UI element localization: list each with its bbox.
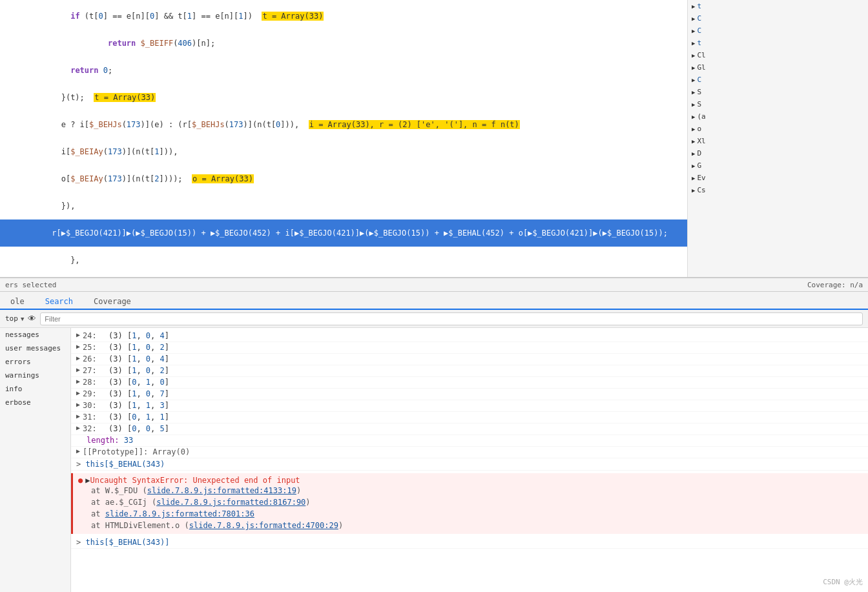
stack-line-1: at W.$_FDU (slide.7.8.9.js:formatted:413… bbox=[91, 485, 863, 496]
console-row-32: ▶ 32: (3) [0, 0, 5] bbox=[71, 424, 868, 435]
error-stack: at W.$_FDU (slide.7.8.9.js:formatted:413… bbox=[78, 485, 863, 531]
tab-search[interactable]: Search bbox=[35, 294, 83, 310]
filter-warnings[interactable]: warnings bbox=[0, 369, 70, 382]
rp-item-o[interactable]: ▶o bbox=[688, 123, 868, 135]
right-debugger-panel: ▶t ▶C ▶C ▶t ▶Cl ▶Gl ▶C ▶S bbox=[687, 0, 868, 277]
this-ref-row[interactable]: > this[$_BEHAL(343) bbox=[71, 458, 868, 471]
code-content: if (t[0] == e[n][0] && t[1] == e[n][1]) … bbox=[0, 0, 687, 277]
expand-icon[interactable]: ▶ bbox=[76, 447, 80, 454]
top-selector[interactable]: top ▼ bbox=[5, 314, 24, 323]
code-line: i[$_BEIAy(173)](n(t[1])), bbox=[0, 138, 687, 165]
rp-item-ev[interactable]: ▶Ev bbox=[688, 172, 868, 184]
rp-item-cs[interactable]: ▶Cs bbox=[688, 184, 868, 196]
expand-icon[interactable]: ▶ bbox=[76, 413, 80, 420]
tab-coverage[interactable]: Coverage bbox=[83, 294, 141, 310]
rp-item-s1[interactable]: ▶S bbox=[688, 86, 868, 98]
console-tabs: ole Search Coverage bbox=[0, 292, 868, 310]
rp-item-g[interactable]: ▶G bbox=[688, 159, 868, 172]
filter-info[interactable]: info bbox=[0, 382, 70, 396]
console-row-31: ▶ 31: (3) [0, 1, 1] bbox=[71, 412, 868, 424]
console-toolbar: top ▼ 👁 bbox=[0, 310, 868, 328]
rp-item-c3[interactable]: ▶C bbox=[688, 74, 868, 86]
top-label: top bbox=[5, 314, 18, 323]
expand-icon[interactable]: ▶ bbox=[76, 331, 80, 338]
console-row-proto: ▶ [[Prototype]]: Array(0) bbox=[71, 447, 868, 458]
error-title: Uncaught SyntaxError: Unexpected end of … bbox=[90, 476, 300, 485]
code-line: e ? i[$_BEHJs(173)](e) : (r[$_BEHJs(173)… bbox=[0, 111, 687, 138]
expand-icon[interactable]: ▶ bbox=[76, 354, 80, 362]
code-line: return $_BEIFF(406)[n]; bbox=[0, 30, 687, 57]
rp-item-c1[interactable]: ▶C bbox=[688, 12, 868, 25]
code-line: if (t[0] == e[n][0] && t[1] == e[n][1]) … bbox=[0, 3, 687, 30]
console-output: nessages user messages errors warnings i… bbox=[0, 328, 868, 592]
rp-item-a[interactable]: ▶(a bbox=[688, 110, 868, 123]
this-ref-row-2[interactable]: > this[$_BEHAL(343)] bbox=[71, 536, 868, 549]
stack-link-3[interactable]: slide.7.8.9.js:formatted:7801:36 bbox=[105, 509, 254, 518]
code-line: }(t); t = Array(33) bbox=[0, 84, 687, 111]
expand-error-icon[interactable]: ▶ bbox=[85, 476, 90, 485]
rp-item-cl[interactable]: ▶Cl bbox=[688, 49, 868, 61]
console-row-29: ▶ 29: (3) [1, 0, 7] bbox=[71, 389, 868, 400]
expand-icon[interactable]: ▶ bbox=[76, 401, 80, 408]
selected-text-status: ers selected bbox=[5, 281, 56, 289]
code-line: }), bbox=[0, 192, 687, 219]
filter-errors[interactable]: errors bbox=[0, 355, 70, 369]
rp-item-t[interactable]: ▶t bbox=[688, 0, 868, 12]
console-row-26: ▶ 26: (3) [1, 0, 4] bbox=[71, 354, 868, 365]
eye-icon[interactable]: 👁 bbox=[28, 314, 36, 323]
code-panel: if (t[0] == e[n][0] && t[1] == e[n][1]) … bbox=[0, 0, 687, 277]
error-icon: ● bbox=[78, 476, 83, 485]
stack-line-3: at slide.7.8.9.js:formatted:7801:36 bbox=[91, 508, 863, 520]
tab-console[interactable]: ole bbox=[0, 294, 35, 310]
console-row-28: ▶ 28: (3) [0, 1, 0] bbox=[71, 377, 868, 389]
stack-link-2[interactable]: slide.7.8.9.js:formatted:8167:90 bbox=[156, 498, 305, 507]
code-line: }, bbox=[0, 247, 687, 274]
status-bar: ers selected Coverage: n/a bbox=[0, 278, 868, 292]
console-left-panel: nessages user messages errors warnings i… bbox=[0, 328, 71, 592]
console-row-length: length: 33 bbox=[71, 435, 868, 447]
rp-item-gl[interactable]: ▶Gl bbox=[688, 61, 868, 74]
expand-icon[interactable]: ▶ bbox=[76, 343, 80, 350]
code-line: "\u0024\u005f\u0042\u0042\u0045\u004d": … bbox=[0, 274, 687, 277]
expand-icon[interactable]: ▶ bbox=[76, 378, 80, 385]
coverage-status: Coverage: n/a bbox=[807, 281, 863, 289]
error-row: ● ▶ Uncaught SyntaxError: Unexpected end… bbox=[71, 473, 868, 534]
console-row-27: ▶ 27: (3) [1, 0, 2] bbox=[71, 365, 868, 377]
code-line-highlighted: r[▶$_BEGJO(421)]▶(▶$_BEGJO(15)) + ▶$_BEG… bbox=[0, 219, 687, 247]
filter-messages[interactable]: nessages bbox=[0, 328, 70, 342]
code-line: return 0; bbox=[0, 57, 687, 84]
code-line: o[$_BEIAy(173)](n(t[2]))); o = Array(33) bbox=[0, 165, 687, 192]
filter-input[interactable] bbox=[40, 312, 863, 325]
right-panel-section: ▶t ▶C ▶C ▶t ▶Cl ▶Gl ▶C ▶S bbox=[688, 0, 868, 196]
console-row-30: ▶ 30: (3) [1, 1, 3] bbox=[71, 400, 868, 412]
stack-line-4: at HTMLDivElement.o (slide.7.8.9.js:form… bbox=[91, 520, 863, 531]
console-body: nessages user messages errors warnings i… bbox=[0, 328, 868, 592]
editor-area: if (t[0] == e[n][0] && t[1] == e[n][1]) … bbox=[0, 0, 868, 278]
code-text: if (t[0] == e[n][0] && t[1] == e[n][1]) … bbox=[5, 3, 324, 30]
dropdown-arrow-icon: ▼ bbox=[21, 316, 24, 322]
rp-item-s2[interactable]: ▶S bbox=[688, 98, 868, 110]
filter-user-messages[interactable]: user messages bbox=[0, 342, 70, 355]
rp-item-c2[interactable]: ▶C bbox=[688, 25, 868, 37]
console-row-24: ▶ 24: (3) [1, 0, 4] bbox=[71, 331, 868, 342]
console-row-25: ▶ 25: (3) [1, 0, 2] bbox=[71, 342, 868, 354]
rp-item-xl[interactable]: ▶Xl bbox=[688, 135, 868, 147]
rp-item-t2[interactable]: ▶t bbox=[688, 37, 868, 49]
filter-verbose[interactable]: erbose bbox=[0, 396, 70, 409]
expand-icon[interactable]: ▶ bbox=[76, 424, 80, 431]
stack-link-1[interactable]: slide.7.8.9.js:formatted:4133:19 bbox=[147, 486, 296, 495]
console-main: ▶ 24: (3) [1, 0, 4] ▶ 25: (3) [1, 0, 2] … bbox=[71, 328, 868, 592]
stack-line-2: at ae.$_CGIj (slide.7.8.9.js:formatted:8… bbox=[91, 496, 863, 508]
expand-icon[interactable]: ▶ bbox=[76, 389, 80, 396]
watermark: CSDN @火光 bbox=[823, 577, 863, 587]
expand-icon[interactable]: ▶ bbox=[76, 366, 80, 373]
stack-link-4[interactable]: slide.7.8.9.js:formatted:4700:29 bbox=[189, 521, 338, 530]
rp-item-d[interactable]: ▶D bbox=[688, 147, 868, 159]
